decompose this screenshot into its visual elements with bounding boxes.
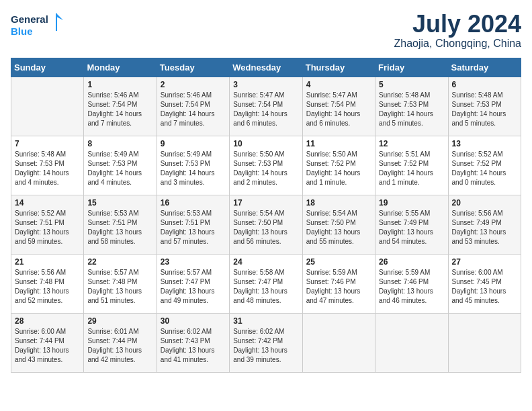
month-year-title: July 2024 [394,11,521,38]
calendar-cell: 20Sunrise: 5:56 AM Sunset: 7:49 PM Dayli… [448,195,521,254]
day-number: 30 [161,316,226,326]
day-number: 8 [87,139,152,148]
day-number: 6 [452,80,517,89]
cell-sun-info: Sunrise: 6:02 AM Sunset: 7:43 PM Dayligh… [161,327,226,365]
day-number: 9 [161,139,226,148]
cell-sun-info: Sunrise: 5:59 AM Sunset: 7:46 PM Dayligh… [379,268,444,306]
cell-sun-info: Sunrise: 6:00 AM Sunset: 7:45 PM Dayligh… [452,268,517,306]
svg-text:General: General [11,13,48,25]
cell-sun-info: Sunrise: 6:02 AM Sunset: 7:42 PM Dayligh… [233,327,298,365]
calendar-cell: 19Sunrise: 5:55 AM Sunset: 7:49 PM Dayli… [375,195,448,254]
calendar-cell: 4Sunrise: 5:47 AM Sunset: 7:54 PM Daylig… [302,77,375,136]
svg-text:Blue: Blue [11,26,33,37]
svg-marker-2 [56,13,63,20]
calendar-cell: 17Sunrise: 5:54 AM Sunset: 7:50 PM Dayli… [230,195,302,254]
weekday-header-row: SundayMondayTuesdayWednesdayThursdayFrid… [11,58,521,77]
calendar-cell [448,313,521,372]
cell-sun-info: Sunrise: 6:01 AM Sunset: 7:44 PM Dayligh… [87,327,152,365]
day-number: 12 [379,139,444,148]
weekday-header-saturday: Saturday [448,58,521,77]
day-number: 5 [379,80,444,89]
calendar-week-row: 7Sunrise: 5:48 AM Sunset: 7:53 PM Daylig… [11,136,521,195]
cell-sun-info: Sunrise: 5:52 AM Sunset: 7:51 PM Dayligh… [15,209,80,246]
cell-sun-info: Sunrise: 5:46 AM Sunset: 7:54 PM Dayligh… [87,91,152,128]
calendar-cell: 9Sunrise: 5:49 AM Sunset: 7:53 PM Daylig… [157,136,229,195]
calendar-week-row: 1Sunrise: 5:46 AM Sunset: 7:54 PM Daylig… [11,77,521,136]
cell-sun-info: Sunrise: 5:57 AM Sunset: 7:47 PM Dayligh… [161,268,226,306]
cell-sun-info: Sunrise: 5:48 AM Sunset: 7:53 PM Dayligh… [15,150,80,187]
calendar-cell: 10Sunrise: 5:50 AM Sunset: 7:53 PM Dayli… [230,136,302,195]
day-number: 25 [306,257,371,267]
calendar-cell: 27Sunrise: 6:00 AM Sunset: 7:45 PM Dayli… [448,254,521,313]
day-number: 7 [15,139,80,148]
day-number: 10 [233,139,298,148]
logo: General Blue [11,11,64,43]
day-number: 13 [452,139,517,148]
calendar-cell: 30Sunrise: 6:02 AM Sunset: 7:43 PM Dayli… [157,313,229,372]
cell-sun-info: Sunrise: 5:47 AM Sunset: 7:54 PM Dayligh… [233,91,298,128]
day-number: 1 [87,80,152,89]
page-header: General Blue July 2024 Zhaojia, Chongqin… [11,11,521,50]
calendar-cell: 29Sunrise: 6:01 AM Sunset: 7:44 PM Dayli… [84,313,157,372]
calendar-cell: 25Sunrise: 5:59 AM Sunset: 7:46 PM Dayli… [302,254,375,313]
weekday-header-tuesday: Tuesday [157,58,229,77]
day-number: 2 [161,80,226,89]
day-number: 18 [306,198,371,208]
calendar-table: SundayMondayTuesdayWednesdayThursdayFrid… [11,58,521,373]
day-number: 23 [161,257,226,267]
cell-sun-info: Sunrise: 5:55 AM Sunset: 7:49 PM Dayligh… [379,209,444,246]
cell-sun-info: Sunrise: 5:48 AM Sunset: 7:53 PM Dayligh… [379,91,444,128]
calendar-cell: 1Sunrise: 5:46 AM Sunset: 7:54 PM Daylig… [84,77,157,136]
day-number: 14 [15,198,80,208]
calendar-cell: 5Sunrise: 5:48 AM Sunset: 7:53 PM Daylig… [375,77,448,136]
calendar-cell [302,313,375,372]
calendar-cell: 3Sunrise: 5:47 AM Sunset: 7:54 PM Daylig… [230,77,302,136]
calendar-cell: 7Sunrise: 5:48 AM Sunset: 7:53 PM Daylig… [11,136,84,195]
day-number: 4 [306,80,371,89]
logo-svg: General Blue [11,11,64,43]
calendar-cell: 31Sunrise: 6:02 AM Sunset: 7:42 PM Dayli… [230,313,302,372]
calendar-week-row: 21Sunrise: 5:56 AM Sunset: 7:48 PM Dayli… [11,254,521,313]
cell-sun-info: Sunrise: 5:51 AM Sunset: 7:52 PM Dayligh… [379,150,444,187]
cell-sun-info: Sunrise: 5:58 AM Sunset: 7:47 PM Dayligh… [233,268,298,306]
calendar-cell: 21Sunrise: 5:56 AM Sunset: 7:48 PM Dayli… [11,254,84,313]
calendar-cell: 8Sunrise: 5:49 AM Sunset: 7:53 PM Daylig… [84,136,157,195]
day-number: 31 [233,316,298,326]
calendar-cell: 26Sunrise: 5:59 AM Sunset: 7:46 PM Dayli… [375,254,448,313]
cell-sun-info: Sunrise: 5:53 AM Sunset: 7:51 PM Dayligh… [161,209,226,246]
calendar-cell: 24Sunrise: 5:58 AM Sunset: 7:47 PM Dayli… [230,254,302,313]
cell-sun-info: Sunrise: 5:54 AM Sunset: 7:50 PM Dayligh… [306,209,371,246]
day-number: 27 [452,257,517,267]
cell-sun-info: Sunrise: 5:57 AM Sunset: 7:48 PM Dayligh… [87,268,152,306]
weekday-header-sunday: Sunday [11,58,84,77]
calendar-cell: 14Sunrise: 5:52 AM Sunset: 7:51 PM Dayli… [11,195,84,254]
calendar-cell [375,313,448,372]
day-number: 3 [233,80,298,89]
cell-sun-info: Sunrise: 5:49 AM Sunset: 7:53 PM Dayligh… [161,150,226,187]
day-number: 16 [161,198,226,208]
cell-sun-info: Sunrise: 5:54 AM Sunset: 7:50 PM Dayligh… [233,209,298,246]
calendar-cell: 18Sunrise: 5:54 AM Sunset: 7:50 PM Dayli… [302,195,375,254]
calendar-week-row: 28Sunrise: 6:00 AM Sunset: 7:44 PM Dayli… [11,313,521,372]
day-number: 20 [452,198,517,208]
weekday-header-friday: Friday [375,58,448,77]
day-number: 11 [306,139,371,148]
calendar-cell: 23Sunrise: 5:57 AM Sunset: 7:47 PM Dayli… [157,254,229,313]
calendar-cell: 22Sunrise: 5:57 AM Sunset: 7:48 PM Dayli… [84,254,157,313]
calendar-cell: 12Sunrise: 5:51 AM Sunset: 7:52 PM Dayli… [375,136,448,195]
day-number: 24 [233,257,298,267]
day-number: 17 [233,198,298,208]
calendar-cell: 28Sunrise: 6:00 AM Sunset: 7:44 PM Dayli… [11,313,84,372]
day-number: 15 [87,198,152,208]
calendar-cell: 2Sunrise: 5:46 AM Sunset: 7:54 PM Daylig… [157,77,229,136]
day-number: 29 [87,316,152,326]
cell-sun-info: Sunrise: 5:53 AM Sunset: 7:51 PM Dayligh… [87,209,152,246]
cell-sun-info: Sunrise: 5:47 AM Sunset: 7:54 PM Dayligh… [306,91,371,128]
cell-sun-info: Sunrise: 5:52 AM Sunset: 7:52 PM Dayligh… [452,150,517,187]
title-block: July 2024 Zhaojia, Chongqing, China [394,11,521,50]
day-number: 22 [87,257,152,267]
cell-sun-info: Sunrise: 5:48 AM Sunset: 7:53 PM Dayligh… [452,91,517,128]
weekday-header-monday: Monday [84,58,157,77]
day-number: 19 [379,198,444,208]
calendar-cell: 13Sunrise: 5:52 AM Sunset: 7:52 PM Dayli… [448,136,521,195]
